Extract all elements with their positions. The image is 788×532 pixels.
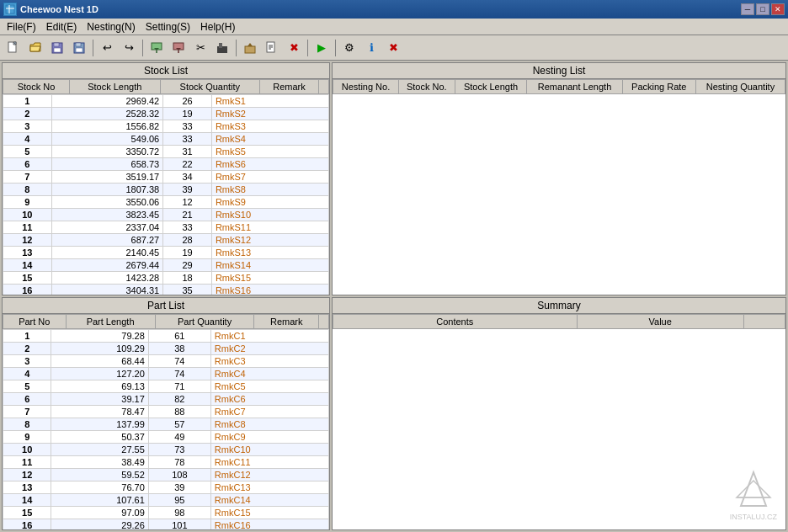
part-row[interactable]: 7 78.47 88 RmkC7	[3, 406, 329, 418]
export-button[interactable]	[240, 38, 260, 58]
stock-row-remark: RmkS6	[211, 158, 328, 171]
col-nesting-no: Nesting No.	[333, 80, 399, 94]
part-row[interactable]: 12 59.52 108 RmkC12	[3, 469, 329, 481]
stock-row-qty: 26	[163, 95, 212, 108]
stock-row[interactable]: 2 2528.32 19 RmkS2	[3, 108, 329, 120]
stock-row-length: 3550.06	[51, 196, 162, 209]
maximize-button[interactable]: □	[756, 3, 769, 15]
part-row-qty: 38	[148, 343, 210, 355]
stock-row[interactable]: 1 2969.42 26 RmkS1	[3, 95, 329, 108]
stock-row-length: 549.06	[51, 133, 162, 146]
stock-list-body[interactable]: 1 2969.42 26 RmkS1 2 2528.32 19 RmkS2 3 …	[3, 94, 329, 295]
fill-button[interactable]	[212, 38, 232, 58]
minimize-button[interactable]: ─	[741, 3, 754, 15]
undo-button[interactable]: ↩	[97, 38, 117, 58]
stock-row[interactable]: 6 658.73 22 RmkS6	[3, 158, 329, 171]
stock-row[interactable]: 5 3350.72 31 RmkS5	[3, 146, 329, 158]
stock-row[interactable]: 15 1423.28 18 RmkS15	[3, 272, 329, 285]
part-row[interactable]: 15 97.09 98 RmkC15	[3, 507, 329, 519]
title-bar: Cheewoo Nest 1D ─ □ ✕	[0, 0, 788, 19]
stock-row[interactable]: 10 3823.45 21 RmkS10	[3, 209, 329, 221]
part-row[interactable]: 13 76.70 39 RmkC13	[3, 481, 329, 494]
part-row[interactable]: 2 109.29 38 RmkC2	[3, 343, 329, 355]
stock-row-remark: RmkS12	[211, 234, 328, 247]
part-list-panel: Part List Part No Part Length Part Quant…	[2, 297, 330, 530]
stock-row[interactable]: 7 3519.17 34 RmkS7	[3, 171, 329, 184]
stock-row-qty: 12	[163, 196, 212, 209]
stock-row-no: 13	[3, 247, 52, 259]
part-row-qty: 57	[148, 418, 210, 431]
save-button[interactable]	[47, 38, 67, 58]
stock-row[interactable]: 3 1556.82 33 RmkS3	[3, 120, 329, 133]
stock-row[interactable]: 8 1807.38 39 RmkS8	[3, 184, 329, 196]
part-row[interactable]: 5 69.13 71 RmkC5	[3, 380, 329, 393]
stock-row-no: 15	[3, 272, 52, 285]
part-row[interactable]: 4 127.20 74 RmkC4	[3, 368, 329, 380]
stock-row[interactable]: 14 2679.44 29 RmkS14	[3, 259, 329, 272]
part-row-length: 79.28	[51, 330, 148, 343]
stock-row-remark: RmkS10	[211, 209, 328, 221]
part-row-remark: RmkC3	[210, 355, 328, 368]
nesting-list-body[interactable]	[333, 94, 785, 295]
stop-button[interactable]: ✖	[383, 38, 403, 58]
menu-edit[interactable]: Edit(E)	[41, 19, 83, 35]
stock-row-length: 3350.72	[51, 146, 162, 158]
redo-button[interactable]: ↪	[119, 38, 139, 58]
cut-button[interactable]: ✂	[190, 38, 210, 58]
stock-row[interactable]: 13 2140.45 19 RmkS13	[3, 247, 329, 259]
delete-button[interactable]: ✖	[284, 38, 304, 58]
part-row-remark: RmkC13	[210, 481, 328, 494]
run-button[interactable]: ▶	[311, 38, 332, 58]
new-button[interactable]	[3, 38, 24, 58]
import-part-button[interactable]	[168, 38, 189, 58]
part-row-length: 78.47	[51, 406, 148, 418]
stock-row-remark: RmkS16	[211, 285, 328, 295]
main-content: Stock List Stock No Stock Length Stock Q…	[0, 61, 788, 532]
info-button[interactable]: ℹ	[361, 38, 381, 58]
part-row-no: 10	[3, 444, 51, 456]
stock-row[interactable]: 12 687.27 28 RmkS12	[3, 234, 329, 247]
stock-row-remark: RmkS5	[211, 146, 328, 158]
stock-row[interactable]: 11 2337.04 33 RmkS11	[3, 221, 329, 234]
part-row[interactable]: 9 50.37 49 RmkC9	[3, 431, 329, 444]
part-row-qty: 39	[148, 481, 210, 494]
col-part-no: Part No	[3, 315, 67, 329]
part-row-length: 109.29	[51, 343, 148, 355]
menu-help[interactable]: Help(H)	[195, 19, 240, 35]
part-row[interactable]: 8 137.99 57 RmkC8	[3, 418, 329, 431]
part-row-no: 7	[3, 406, 51, 418]
part-row[interactable]: 3 68.44 74 RmkC3	[3, 355, 329, 368]
menu-file[interactable]: File(F)	[2, 19, 41, 35]
stock-row-length: 1807.38	[51, 184, 162, 196]
part-row[interactable]: 11 38.49 78 RmkC11	[3, 456, 329, 469]
stock-row-no: 16	[3, 285, 52, 295]
part-table: 1 79.28 61 RmkC1 2 109.29 38 RmkC2 3 68.…	[3, 329, 329, 529]
menu-setting[interactable]: Setting(S)	[141, 19, 195, 35]
part-row[interactable]: 1 79.28 61 RmkC1	[3, 330, 329, 343]
save-as-button[interactable]	[69, 38, 89, 58]
svg-rect-7	[54, 48, 61, 52]
stock-table: 1 2969.42 26 RmkS1 2 2528.32 19 RmkS2 3 …	[3, 94, 329, 295]
stock-row[interactable]: 16 3404.31 35 RmkS16	[3, 285, 329, 295]
part-row-qty: 95	[148, 494, 210, 507]
open-button[interactable]	[25, 38, 45, 58]
part-list-body[interactable]: 1 79.28 61 RmkC1 2 109.29 38 RmkC2 3 68.…	[3, 329, 329, 529]
stock-row-no: 10	[3, 209, 52, 221]
close-button[interactable]: ✕	[771, 3, 785, 15]
part-row[interactable]: 10 27.55 73 RmkC10	[3, 444, 329, 456]
stock-row[interactable]: 4 549.06 33 RmkS4	[3, 133, 329, 146]
menu-nesting[interactable]: Nesting(N)	[82, 19, 140, 35]
stock-row[interactable]: 9 3550.06 12 RmkS9	[3, 196, 329, 209]
part-row-remark: RmkC4	[210, 368, 328, 380]
part-row-remark: RmkC15	[210, 507, 328, 519]
part-row[interactable]: 16 29.26 101 RmkC16	[3, 519, 329, 530]
part-row[interactable]: 6 39.17 82 RmkC6	[3, 393, 329, 406]
watermark-text: INSTALUJ.CZ	[730, 513, 777, 521]
stock-list-panel: Stock List Stock No Stock Length Stock Q…	[2, 62, 330, 295]
settings-button[interactable]: ⚙	[339, 38, 359, 58]
report-button[interactable]	[262, 38, 282, 58]
part-row-no: 13	[3, 481, 51, 494]
summary-body[interactable]	[333, 329, 785, 529]
import-stock-button[interactable]	[146, 38, 167, 58]
part-row[interactable]: 14 107.61 95 RmkC14	[3, 494, 329, 507]
